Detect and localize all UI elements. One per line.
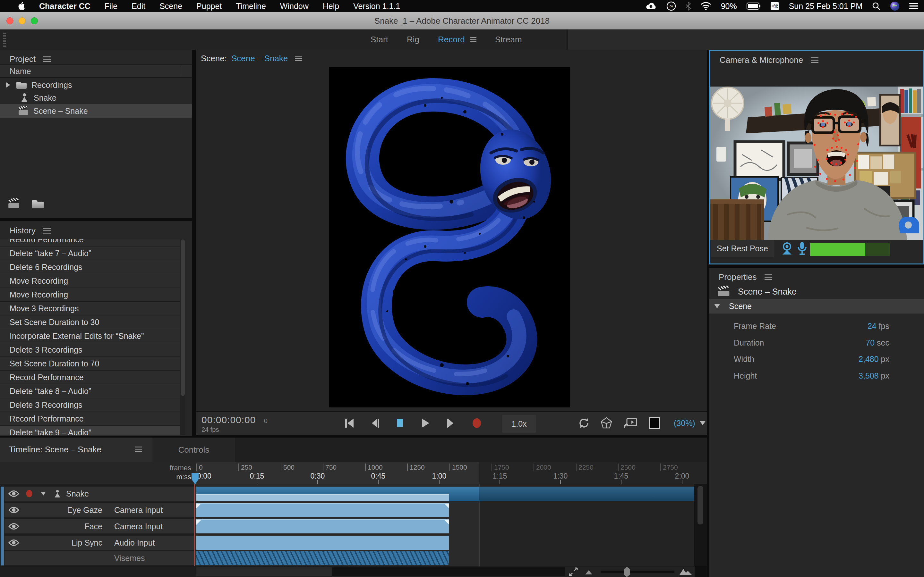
- track-header-lip-sync[interactable]: Lip Sync Audio Input: [5, 536, 196, 550]
- history-item[interactable]: Set Scene Duration to 70: [0, 357, 180, 371]
- creative-cloud-icon[interactable]: ∞: [666, 1, 676, 11]
- track-bar-snake[interactable]: [196, 487, 694, 501]
- menu-puppet[interactable]: Puppet: [196, 2, 222, 11]
- bluetooth-icon[interactable]: [686, 2, 691, 11]
- screen-share-icon[interactable]: [624, 417, 637, 429]
- next-frame-button[interactable]: [447, 418, 455, 428]
- menu-app-name[interactable]: Character CC: [39, 2, 90, 11]
- set-rest-pose-button[interactable]: Set Rest Pose: [711, 240, 774, 257]
- history-item[interactable]: Set Scene Duration to 30: [0, 316, 180, 329]
- arm-record-icon[interactable]: [25, 489, 33, 498]
- play-button[interactable]: [421, 418, 430, 428]
- track-header-face[interactable]: Face Camera Input: [5, 519, 196, 533]
- scene-artboard[interactable]: [329, 67, 570, 408]
- project-panel-menu-icon[interactable]: [43, 56, 51, 62]
- microphone-toggle-icon[interactable]: [797, 242, 807, 255]
- visibility-eye-icon[interactable]: [8, 539, 19, 546]
- menu-timeline[interactable]: Timeline: [236, 2, 266, 11]
- siri-icon[interactable]: [890, 1, 900, 11]
- menu-help[interactable]: Help: [323, 2, 339, 11]
- apple-menu-icon[interactable]: [18, 2, 25, 10]
- tab-rig[interactable]: Rig: [407, 35, 419, 45]
- wifi-icon[interactable]: [700, 2, 711, 10]
- controls-tab[interactable]: Controls: [152, 438, 235, 462]
- minimize-window-button[interactable]: [19, 17, 26, 24]
- record-button[interactable]: [472, 417, 482, 429]
- timeline-tab[interactable]: Timeline: Scene – Snake: [0, 438, 152, 462]
- playback-speed-button[interactable]: 1.0x: [502, 415, 536, 433]
- track-header-visemes[interactable]: Visemes: [5, 551, 196, 565]
- tab-stream[interactable]: Stream: [495, 35, 522, 45]
- timeline-zoom-slider[interactable]: [601, 571, 674, 573]
- disclosure-triangle-icon[interactable]: [6, 82, 10, 88]
- project-item-recordings[interactable]: Recordings: [0, 79, 192, 91]
- zoom-level-control[interactable]: (30%): [674, 419, 706, 428]
- track-bar-visemes[interactable]: [196, 551, 449, 565]
- history-item[interactable]: Record Performance: [0, 239, 180, 247]
- history-item[interactable]: Delete 3 Recordings: [0, 343, 180, 357]
- history-item[interactable]: Record Performance: [0, 412, 180, 426]
- menu-window[interactable]: Window: [280, 2, 309, 11]
- timeline-vertical-scrollbar[interactable]: [698, 486, 703, 524]
- spotlight-icon[interactable]: [872, 2, 880, 10]
- history-item[interactable]: Delete “take 8 – Audio”: [0, 384, 180, 398]
- frame-rate-value[interactable]: 24: [867, 322, 877, 330]
- track-collapse-icon[interactable]: [41, 492, 45, 496]
- tab-start[interactable]: Start: [371, 35, 388, 45]
- previous-frame-button[interactable]: [371, 418, 379, 428]
- snapshot-icon[interactable]: [649, 417, 660, 430]
- timeline-panel-menu-icon[interactable]: [135, 446, 142, 452]
- history-item[interactable]: Move Recording: [0, 288, 180, 301]
- zoom-window-button[interactable]: [31, 17, 38, 24]
- project-item-scene-snake[interactable]: Scene – Snake: [0, 104, 192, 118]
- new-folder-button[interactable]: [31, 199, 44, 209]
- history-item-current[interactable]: Delete “take 9 – Audio”: [0, 426, 180, 435]
- history-panel-menu-icon[interactable]: [43, 228, 51, 234]
- visibility-eye-icon[interactable]: [8, 490, 19, 497]
- stop-button[interactable]: [396, 418, 404, 428]
- project-item-snake[interactable]: Snake: [0, 91, 192, 104]
- zoom-in-timeline-icon[interactable]: [679, 568, 692, 575]
- history-item[interactable]: Delete 6 Recordings: [0, 260, 180, 274]
- history-item[interactable]: Delete 3 Recordings: [0, 398, 180, 412]
- track-bar-lip-sync[interactable]: [196, 536, 449, 550]
- menu-scene[interactable]: Scene: [160, 2, 182, 11]
- width-value[interactable]: 2,480: [859, 355, 879, 364]
- properties-section-scene[interactable]: Scene: [709, 299, 924, 314]
- timecode[interactable]: 00:00:00:00: [202, 414, 256, 425]
- playhead-line[interactable]: [194, 484, 195, 566]
- history-item[interactable]: Move Recording: [0, 274, 180, 288]
- battery-icon[interactable]: [746, 2, 761, 10]
- duration-value[interactable]: 70: [866, 338, 875, 347]
- camera-panel-menu-icon[interactable]: [811, 57, 819, 63]
- track-bar-face[interactable]: [196, 519, 449, 533]
- timeline-ruler[interactable]: 0 250 500 750 1000 1250 1500 1750 2000 2…: [196, 462, 707, 484]
- cloud-upload-icon[interactable]: [645, 2, 657, 10]
- notification-center-icon[interactable]: [909, 2, 918, 10]
- tab-record[interactable]: Record: [438, 35, 465, 45]
- render-quality-icon[interactable]: [601, 417, 612, 429]
- new-scene-button[interactable]: [8, 198, 21, 210]
- properties-panel-menu-icon[interactable]: [764, 274, 772, 280]
- history-item[interactable]: Incorporate External Edits for “Snake”: [0, 329, 180, 343]
- track-header-eye-gaze[interactable]: Eye Gaze Camera Input: [5, 503, 196, 517]
- visibility-eye-icon[interactable]: [8, 506, 19, 514]
- timeline-horizontal-scrollbar[interactable]: [196, 567, 332, 576]
- visibility-eye-icon[interactable]: [8, 523, 19, 530]
- history-item[interactable]: Delete “take 7 – Audio”: [0, 247, 180, 260]
- loop-playback-icon[interactable]: [578, 418, 589, 429]
- section-collapse-icon[interactable]: [714, 304, 720, 308]
- height-value[interactable]: 3,508: [859, 371, 879, 380]
- zoom-out-timeline-icon[interactable]: [585, 570, 593, 575]
- scene-name-link[interactable]: Scene – Snake: [231, 53, 288, 63]
- menu-clock[interactable]: Sun 25 Feb 5:01 PM: [789, 2, 863, 11]
- menu-file[interactable]: File: [105, 2, 118, 11]
- workspace-grip-handle[interactable]: [3, 33, 6, 47]
- history-item[interactable]: Record Performance: [0, 371, 180, 384]
- go-to-start-button[interactable]: [344, 418, 354, 428]
- history-item[interactable]: Move 3 Recordings: [0, 301, 180, 316]
- history-scrollbar[interactable]: [180, 239, 186, 435]
- record-tab-menu-icon[interactable]: [470, 37, 477, 42]
- track-bar-eye-gaze[interactable]: [196, 503, 449, 517]
- camera-toggle-icon[interactable]: [781, 242, 793, 255]
